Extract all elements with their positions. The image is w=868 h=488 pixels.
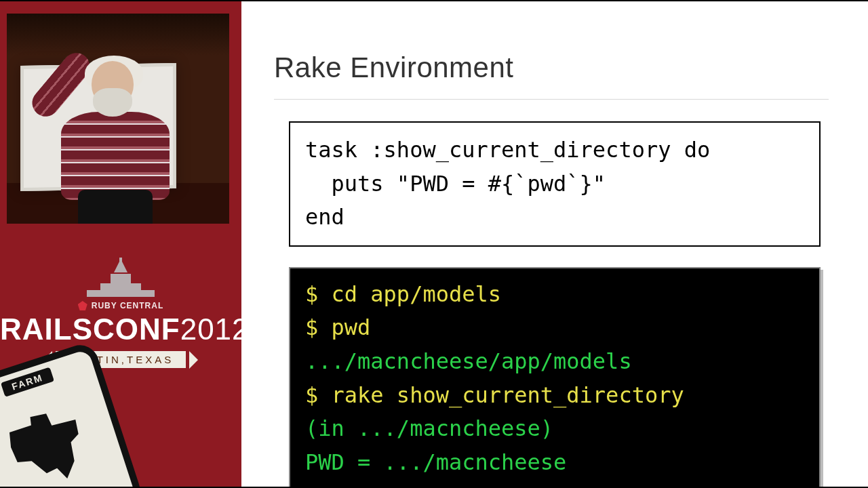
divider xyxy=(274,99,829,100)
code-block: task :show_current_directory do puts "PW… xyxy=(289,121,821,247)
conference-title: RAILSCONF2012 xyxy=(0,314,241,344)
svg-rect-3 xyxy=(119,258,122,262)
svg-rect-2 xyxy=(111,274,131,285)
conference-logo: RUBY CENTRAL RAILSCONF2012 AUSTIN,TEXAS xyxy=(0,258,241,368)
camera-feed xyxy=(7,14,229,224)
terminal-block: $ cd app/models$ pwd.../macncheese/app/m… xyxy=(289,267,821,488)
sidebar: RUBY CENTRAL RAILSCONF2012 AUSTIN,TEXAS … xyxy=(0,0,241,488)
terminal-line: (in .../macncheese) xyxy=(305,412,804,446)
terminal-line: .../macncheese/app/models xyxy=(305,345,804,379)
presenter xyxy=(44,54,180,224)
capitol-icon xyxy=(80,258,161,298)
ruby-central-label: RUBY CENTRAL xyxy=(78,301,163,310)
presents-text: RUBY CENTRAL xyxy=(92,301,163,310)
video-frame: RUBY CENTRAL RAILSCONF2012 AUSTIN,TEXAS … xyxy=(0,0,868,488)
ruby-gem-icon xyxy=(78,301,87,310)
slide: Rake Environment task :show_current_dire… xyxy=(241,0,868,488)
terminal-line: PWD = .../macncheese xyxy=(305,446,804,480)
terminal-line: $ rake show_current_directory xyxy=(305,379,804,413)
slide-title: Rake Environment xyxy=(274,52,829,84)
terminal-line: $ cd app/models xyxy=(305,278,804,312)
terminal-line: $ pwd xyxy=(305,311,804,345)
